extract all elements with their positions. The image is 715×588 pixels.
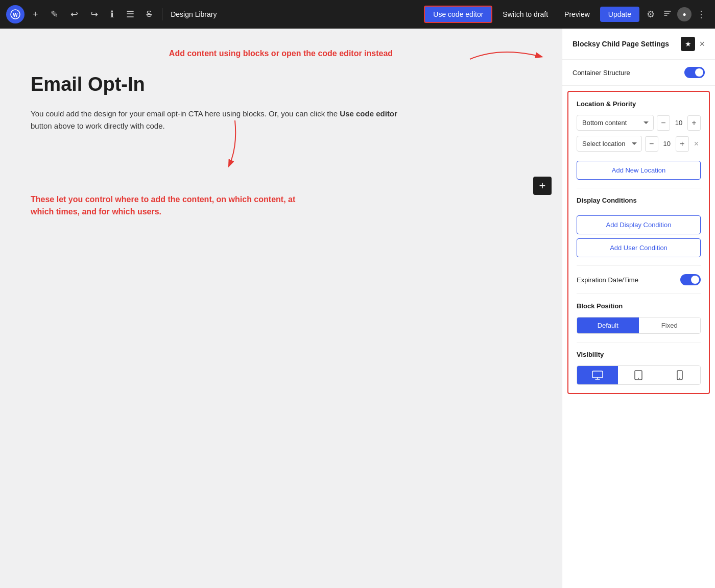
sidebar-header-title: Blocksy Child Page Settings — [573, 40, 669, 48]
container-structure-row: Container Structure — [562, 60, 715, 86]
location-priority-section: Location & Priority Bottom content − 10 … — [577, 100, 701, 180]
more-options-button[interactable]: ⋮ — [694, 6, 709, 23]
add-block-toolbar-button[interactable]: + — [29, 6, 42, 23]
tablet-icon — [634, 370, 642, 380]
page-body-bold: Use code editor — [340, 109, 397, 118]
svg-rect-2 — [592, 371, 603, 378]
page-body-text-2: button above to work directly with code. — [31, 121, 165, 130]
section-divider-4 — [577, 342, 701, 342]
section-divider-2 — [577, 265, 701, 266]
mobile-icon — [677, 370, 683, 380]
edit-icon-button[interactable]: ✎ — [46, 6, 62, 23]
svg-point-4 — [638, 378, 639, 379]
bottom-content-row: Bottom content − 10 + — [577, 115, 701, 131]
add-new-location-button[interactable]: Add New Location — [577, 161, 701, 180]
section-divider-1 — [577, 188, 701, 188]
expiration-label: Expiration Date/Time — [577, 276, 638, 284]
strike-button[interactable]: S — [142, 7, 156, 22]
add-user-condition-button[interactable]: Add User Condition — [577, 238, 701, 257]
annotation-top: Add content using blocks or open the cod… — [31, 49, 531, 58]
preview-button[interactable]: Preview — [558, 7, 596, 22]
main-layout: Add content using blocks or open the cod… — [0, 29, 715, 588]
editor-canvas-wrapper: Add content using blocks or open the cod… — [0, 29, 562, 588]
expiration-row: Expiration Date/Time — [577, 274, 701, 285]
container-structure-label: Container Structure — [573, 69, 630, 77]
svg-text:W: W — [13, 12, 18, 18]
block-pos-default-button[interactable]: Default — [577, 317, 639, 333]
section-divider-3 — [577, 293, 701, 294]
bottom-content-select[interactable]: Bottom content — [577, 115, 654, 131]
toolbar: W + ✎ ↩ ↪ ℹ ☰ S Design Library Use code … — [0, 0, 715, 29]
user-avatar-button[interactable]: ● — [677, 7, 692, 21]
switch-to-draft-button[interactable]: Switch to draft — [496, 7, 554, 22]
priority-value-1: 10 — [673, 119, 684, 127]
sidebar-close-button[interactable]: × — [699, 39, 705, 50]
wp-logo-button[interactable]: W — [6, 5, 25, 23]
remove-location-button[interactable]: × — [692, 139, 701, 149]
page-body-text-1: You could add the design for your email … — [31, 109, 340, 118]
block-pos-fixed-button[interactable]: Fixed — [639, 317, 701, 333]
location-priority-title: Location & Priority — [577, 100, 701, 108]
settings-icon-button[interactable]: ⚙ — [644, 6, 658, 23]
use-code-editor-button[interactable]: Use code editor — [424, 6, 492, 23]
sidebar: Blocksy Child Page Settings ★ × Containe… — [562, 29, 715, 588]
list-view-button[interactable]: ☰ — [122, 6, 138, 23]
sidebar-star-button[interactable]: ★ — [681, 37, 695, 51]
visibility-tablet-button[interactable] — [618, 366, 659, 384]
update-button[interactable]: Update — [600, 7, 639, 22]
block-position-buttons: Default Fixed — [577, 317, 701, 334]
priority-value-2: 10 — [661, 140, 673, 148]
toolbar-separator — [162, 8, 162, 20]
display-conditions-section: Display Conditions Add Display Condition… — [577, 197, 701, 257]
priority-increase-button-1[interactable]: + — [687, 115, 701, 131]
sidebar-header: Blocksy Child Page Settings ★ × — [562, 29, 715, 60]
undo-button[interactable]: ↩ — [66, 6, 82, 23]
arrow-to-code-editor — [460, 44, 562, 75]
display-conditions-title: Display Conditions — [577, 197, 701, 204]
redo-button[interactable]: ↪ — [86, 6, 102, 23]
add-block-button[interactable]: + — [533, 177, 552, 195]
info-button[interactable]: ℹ — [106, 6, 118, 23]
desktop-icon — [592, 371, 603, 380]
svg-point-6 — [679, 378, 680, 379]
toolbar-extra-icons: ⚙ ● ⋮ — [644, 6, 709, 23]
annotation-bottom: These let you control where to add the c… — [31, 193, 317, 218]
visibility-buttons — [577, 365, 701, 385]
container-structure-toggle[interactable] — [684, 67, 705, 78]
page-title: Email Opt-In — [31, 74, 531, 95]
select-location-select[interactable]: Select location — [577, 136, 642, 152]
red-bordered-section: Location & Priority Bottom content − 10 … — [567, 91, 710, 394]
visibility-desktop-button[interactable] — [577, 366, 618, 384]
expiration-section: Expiration Date/Time — [577, 274, 701, 285]
block-position-title: Block Position — [577, 302, 701, 310]
editor-area: Add content using blocks or open the cod… — [0, 29, 562, 238]
block-position-section: Block Position Default Fixed — [577, 302, 701, 334]
sidebar-header-icons: ★ × — [681, 37, 705, 51]
stripe-icon-button[interactable] — [660, 6, 675, 23]
add-display-condition-button[interactable]: Add Display Condition — [577, 215, 701, 234]
visibility-title: Visibility — [577, 351, 701, 358]
priority-decrease-button-1[interactable]: − — [657, 115, 670, 131]
visibility-section: Visibility — [577, 351, 701, 385]
select-location-row: Select location − 10 + × — [577, 136, 701, 152]
priority-decrease-button-2[interactable]: − — [645, 136, 658, 152]
design-library-label: Design Library — [171, 10, 217, 18]
visibility-mobile-button[interactable] — [659, 366, 700, 384]
page-body: You could add the design for your email … — [31, 108, 419, 132]
expiration-toggle[interactable] — [680, 274, 701, 285]
priority-increase-button-2[interactable]: + — [676, 136, 689, 152]
